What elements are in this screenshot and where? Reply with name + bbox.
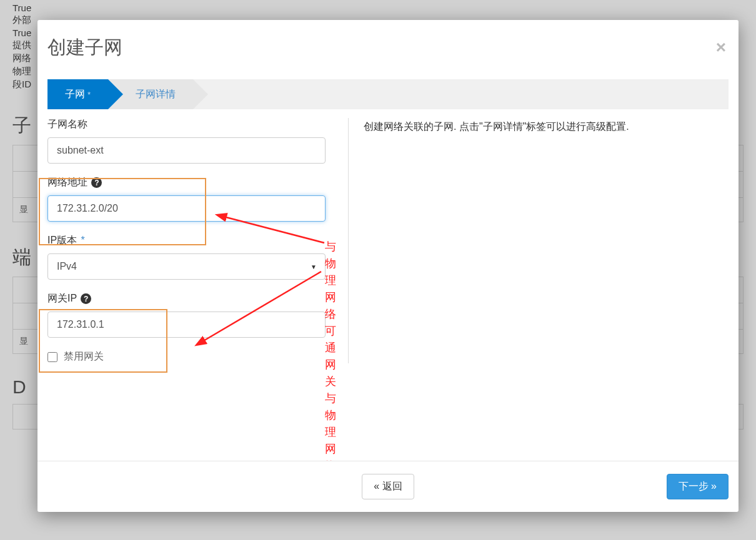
modal-title: 创建子网 <box>47 35 720 61</box>
ip-version-label: IP版本 * <box>47 234 326 247</box>
tab-subnet[interactable]: 子网 * <box>47 79 108 109</box>
network-address-label: 网络地址 ? <box>47 176 326 189</box>
required-indicator: * <box>87 90 91 99</box>
required-indicator: * <box>81 235 85 245</box>
disable-gateway-label: 禁用网关 <box>64 350 104 363</box>
ip-version-select[interactable] <box>47 253 326 280</box>
annotation-text: 与物理网络可通 网关与物理网络一致 <box>325 238 336 461</box>
gateway-ip-input[interactable] <box>47 312 326 338</box>
tab-subnet-label: 子网 <box>65 88 85 101</box>
help-icon[interactable]: ? <box>91 177 102 188</box>
back-button[interactable]: « 返回 <box>362 474 414 499</box>
subnet-name-label: 子网名称 <box>47 118 326 131</box>
create-subnet-modal: 创建子网 × 子网 * 子网详情 子网名称 网络地址 <box>37 20 739 512</box>
subnet-name-input[interactable] <box>47 137 326 164</box>
gateway-ip-label: 网关IP ? <box>47 292 326 305</box>
tab-detail-label: 子网详情 <box>136 88 176 101</box>
close-icon[interactable]: × <box>716 39 726 56</box>
wizard-tabs: 子网 * 子网详情 <box>47 79 729 109</box>
next-button[interactable]: 下一步 » <box>667 474 729 499</box>
disable-gateway-checkbox[interactable] <box>47 352 57 362</box>
modal-description: 创建网络关联的子网. 点击"子网详情"标签可以进行高级配置. <box>364 118 729 136</box>
help-icon[interactable]: ? <box>81 293 91 304</box>
network-address-input[interactable] <box>47 195 326 222</box>
